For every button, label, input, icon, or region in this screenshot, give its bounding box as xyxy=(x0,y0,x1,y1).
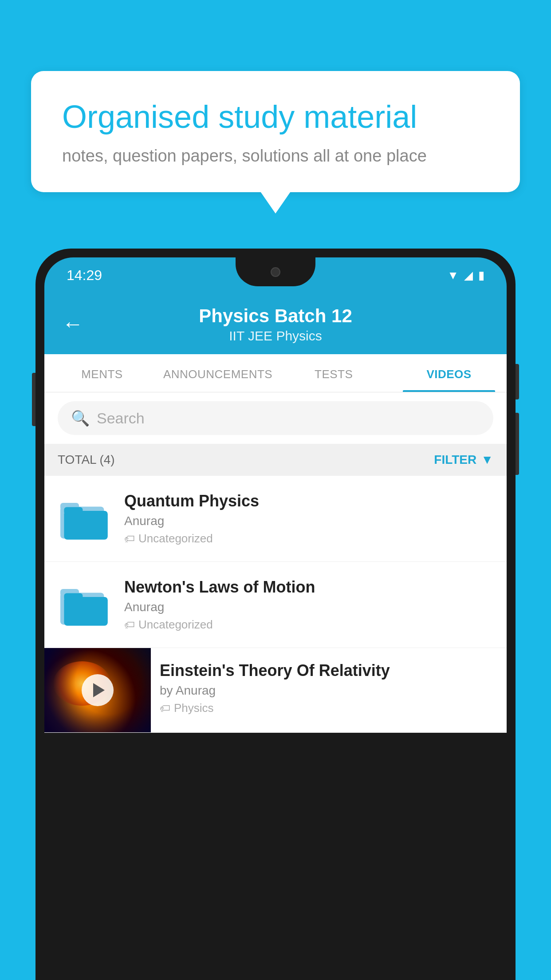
video-list: Quantum Physics Anurag 🏷 Uncategorized xyxy=(44,476,507,733)
speech-bubble: Organised study material notes, question… xyxy=(31,71,520,192)
battery-icon: ▮ xyxy=(478,269,484,282)
status-time: 14:29 xyxy=(67,267,102,284)
search-input[interactable]: Search xyxy=(97,410,145,427)
filter-icon: ▼ xyxy=(481,453,493,467)
video-title: Einstein's Theory Of Relativity xyxy=(160,661,498,680)
phone-screen: 14:29 ▼ ◢ ▮ ← Physics Batch 12 IIT JEE P… xyxy=(44,257,507,971)
batch-subtitle: IIT JEE Physics xyxy=(62,328,489,344)
search-section: 🔍 Search xyxy=(44,392,507,444)
video-info: Einstein's Theory Of Relativity by Anura… xyxy=(151,648,507,728)
folder-icon xyxy=(58,494,111,543)
svg-rect-3 xyxy=(64,507,83,514)
front-camera xyxy=(271,267,280,277)
video-author: Anurag xyxy=(124,514,493,528)
video-info: Newton's Laws of Motion Anurag 🏷 Uncateg… xyxy=(124,578,493,632)
tag-icon: 🏷 xyxy=(124,619,135,631)
search-icon: 🔍 xyxy=(71,409,90,427)
wifi-icon: ▼ xyxy=(447,269,459,282)
video-title: Newton's Laws of Motion xyxy=(124,578,493,597)
promo-section: Organised study material notes, question… xyxy=(31,71,520,192)
volume-down-button xyxy=(516,413,519,475)
svg-rect-6 xyxy=(64,597,107,626)
svg-rect-7 xyxy=(64,593,83,601)
video-tag: 🏷 Uncategorized xyxy=(124,532,493,545)
tab-tests[interactable]: TESTS xyxy=(276,354,391,392)
video-tag: 🏷 Physics xyxy=(160,701,498,715)
video-tag: 🏷 Uncategorized xyxy=(124,618,493,632)
filter-bar: TOTAL (4) FILTER ▼ xyxy=(44,444,507,476)
phone-frame: 14:29 ▼ ◢ ▮ ← Physics Batch 12 IIT JEE P… xyxy=(35,249,516,980)
tab-videos[interactable]: VIDEOS xyxy=(391,354,507,392)
play-button[interactable] xyxy=(82,674,114,706)
promo-subtitle: notes, question papers, solutions all at… xyxy=(62,146,489,166)
search-bar[interactable]: 🔍 Search xyxy=(58,401,493,435)
status-bar: 14:29 ▼ ◢ ▮ xyxy=(44,257,507,293)
tab-assignments[interactable]: MENTS xyxy=(44,354,160,392)
thumbnail-image xyxy=(44,648,151,732)
video-title: Quantum Physics xyxy=(124,492,493,510)
video-info: Quantum Physics Anurag 🏷 Uncategorized xyxy=(124,492,493,545)
tab-announcements[interactable]: ANNOUNCEMENTS xyxy=(160,354,276,392)
folder-icon xyxy=(58,581,111,629)
tag-icon: 🏷 xyxy=(160,702,170,715)
volume-button xyxy=(32,373,35,426)
phone-notch xyxy=(236,257,315,286)
signal-icon: ◢ xyxy=(464,269,473,282)
power-button xyxy=(516,364,519,399)
list-item[interactable]: Newton's Laws of Motion Anurag 🏷 Uncateg… xyxy=(44,562,507,648)
video-author: Anurag xyxy=(124,600,493,614)
app-header: ← Physics Batch 12 IIT JEE Physics xyxy=(44,293,507,354)
list-item[interactable]: Einstein's Theory Of Relativity by Anura… xyxy=(44,648,507,733)
filter-button[interactable]: FILTER ▼ xyxy=(434,453,493,467)
tabs-bar: MENTS ANNOUNCEMENTS TESTS VIDEOS xyxy=(44,354,507,392)
batch-title: Physics Batch 12 xyxy=(62,305,489,327)
play-triangle-icon xyxy=(93,683,105,697)
total-count: TOTAL (4) xyxy=(58,453,115,467)
status-icons: ▼ ◢ ▮ xyxy=(447,269,484,282)
video-thumbnail xyxy=(44,648,151,732)
promo-title: Organised study material xyxy=(62,98,489,136)
folder-thumbnail xyxy=(58,581,111,629)
back-button[interactable]: ← xyxy=(62,312,83,336)
svg-rect-2 xyxy=(64,511,107,540)
video-author: by Anurag xyxy=(160,684,498,698)
folder-thumbnail xyxy=(58,494,111,543)
tag-icon: 🏷 xyxy=(124,533,135,545)
list-item[interactable]: Quantum Physics Anurag 🏷 Uncategorized xyxy=(44,476,507,562)
